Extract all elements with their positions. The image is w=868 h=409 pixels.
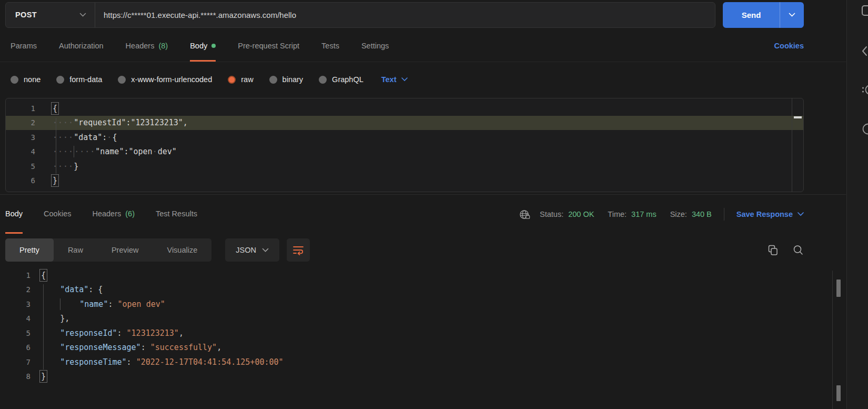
code-line-5[interactable]: 5 "responseId": "123123213", [5,326,841,341]
radio-raw[interactable]: raw [228,75,253,84]
tab-label: Headers [126,42,155,50]
chevron-down-icon [789,13,795,17]
code-line-5[interactable]: 5····} [6,159,803,174]
response-tab-headers[interactable]: Headers(6) [92,195,135,234]
right-sidebar-rail [846,0,868,409]
tab-label: Tests [321,42,339,50]
code-line-8[interactable]: 8} [5,370,841,384]
code-text: }, [31,314,69,323]
search-response-button[interactable] [792,244,804,256]
tab-body[interactable]: Body [190,29,216,62]
fold-guide-line [56,118,56,174]
code-line-1[interactable]: 1{ [6,101,803,116]
code-line-6[interactable]: 6} [6,174,803,188]
response-tab-body[interactable]: Body [5,195,23,234]
tab-label: Body [5,210,23,218]
send-button-group: Send [723,2,804,28]
radio-x-www-form-urlencoded[interactable]: x-www-form-urlencoded [118,75,212,84]
radio-binary[interactable]: binary [269,75,304,84]
code-icon[interactable] [862,45,868,59]
line-number: 1 [5,271,31,280]
raw-format-selector[interactable]: Text [381,75,408,84]
response-tab-cookies[interactable]: Cookies [44,195,71,234]
size-label: Size: [670,210,687,218]
status-value: 200 OK [568,210,594,218]
cookies-link[interactable]: Cookies [774,42,804,50]
tab-settings[interactable]: Settings [361,29,389,62]
response-meta: Status: 200 OK Time: 317 ms Size: 340 B … [519,195,804,234]
tab-label: Cookies [44,210,71,218]
tab-authorization[interactable]: Authorization [59,29,104,62]
radio-none[interactable]: none [11,75,41,84]
scrollbar-mark[interactable] [836,280,841,297]
radio-graphql[interactable]: GraphQL [319,75,364,84]
request-response-panel: POST Send Params Authorization Headers(8… [0,0,846,409]
radio-form-data[interactable]: form-data [56,75,102,84]
editor-overview-ruler[interactable] [792,98,803,192]
search-icon [792,244,804,256]
copy-icon [767,244,779,256]
fold-guide-line [43,284,44,370]
response-tab-test-results[interactable]: Test Results [156,195,197,234]
response-body-viewer[interactable]: 1{2 "data": {3 "name": "open dev"4 },5 "… [5,266,841,406]
tab-params[interactable]: Params [11,29,37,62]
view-pretty[interactable]: Pretty [5,238,54,262]
request-body-editor[interactable]: 1{2····"requestId":"123123213",3····"dat… [5,98,804,192]
response-format-selector[interactable]: JSON [225,238,279,262]
code-line-6[interactable]: 6 "responseMessage": "successfully", [5,341,841,355]
comment-icon[interactable] [862,83,868,99]
code-line-7[interactable]: 7 "responseTime": "2022-12-17T04:41:54.1… [5,355,841,370]
send-options-button[interactable] [780,2,804,28]
tab-pre-request-script[interactable]: Pre-request Script [238,29,299,62]
view-visualize[interactable]: Visualize [153,238,211,262]
save-response-button[interactable]: Save Response [736,210,804,218]
scrollbar-mark[interactable] [836,385,841,401]
wrap-text-button[interactable] [287,238,310,262]
line-number: 8 [5,372,31,381]
chevron-down-icon [401,77,408,82]
code-line-3[interactable]: 3 "name": "open dev" [5,297,841,312]
line-number: 6 [5,343,31,352]
code-line-4[interactable]: 4········"name":"open·dev" [6,145,803,159]
body-type-bar: none form-data x-www-form-urlencoded raw… [0,62,846,97]
code-line-4[interactable]: 4 }, [5,312,841,326]
save-response-label: Save Response [736,210,793,218]
info-icon[interactable] [862,123,868,137]
radio-label: x-www-form-urlencoded [131,75,212,84]
radio-icon [118,76,126,84]
view-preview[interactable]: Preview [97,238,153,262]
network-globe-icon[interactable] [519,208,531,221]
window-icon[interactable] [862,5,868,16]
url-input[interactable] [95,3,715,27]
code-line-1[interactable]: 1{ [5,268,841,283]
meta-divider [724,208,724,221]
send-button[interactable]: Send [723,2,780,28]
radio-icon [11,76,18,84]
request-code-lines: 1{2····"requestId":"123123213",3····"dat… [6,101,803,188]
radio-icon [269,76,277,84]
code-line-3[interactable]: 3····"data":·{ [6,130,803,145]
tab-tests[interactable]: Tests [321,29,339,62]
tab-label: Test Results [156,210,197,218]
tab-headers[interactable]: Headers(8) [126,29,168,62]
code-text: ········"name":"open·dev" [35,146,177,157]
response-toolbar-actions [767,244,804,256]
cursor-position-mark [794,116,802,118]
code-line-2[interactable]: 2····"requestId":"123123213", [6,116,803,131]
tab-label: Body [190,42,207,50]
view-raw[interactable]: Raw [54,238,97,262]
code-text: "responseTime": "2022-12-17T04:41:54.125… [31,357,284,367]
tab-label: Pre-request Script [238,42,299,50]
code-line-2[interactable]: 2 "data": { [5,283,841,297]
line-number: 3 [5,300,31,308]
time-value: 317 ms [631,210,657,218]
line-number: 5 [6,162,35,171]
method-selector[interactable]: POST [6,3,95,27]
code-text: { [35,104,57,113]
response-overview-ruler[interactable] [832,271,833,409]
radio-label: GraphQL [332,75,364,84]
body-modified-dot [211,44,216,48]
copy-response-button[interactable] [767,244,779,256]
line-number: 4 [6,147,35,156]
response-view-switch: Pretty Raw Preview Visualize [5,238,211,262]
